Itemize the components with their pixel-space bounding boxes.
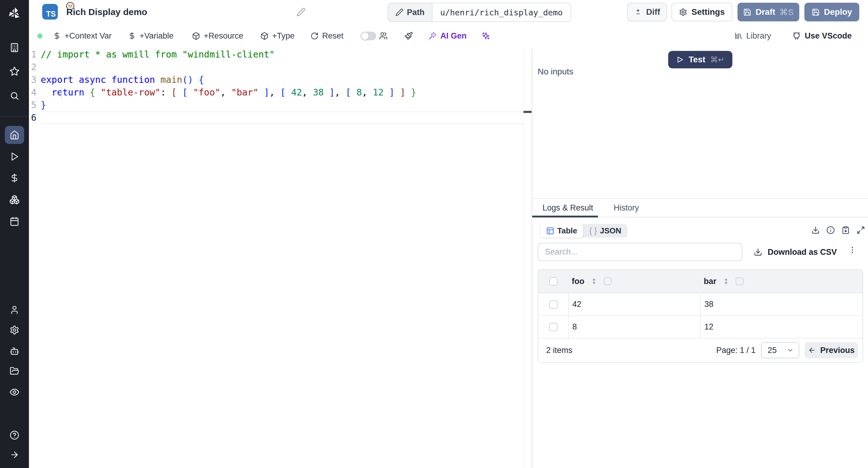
clipboard-copy-icon[interactable] <box>841 226 850 234</box>
package-icon <box>192 32 200 40</box>
sidebar-item-expand[interactable] <box>0 445 29 464</box>
sidebar-item-variables[interactable] <box>0 168 29 188</box>
reset-button[interactable]: Reset <box>310 24 344 47</box>
draft-button[interactable]: Draft ⌘S <box>738 3 799 22</box>
page-size-select[interactable]: 25 <box>761 342 799 358</box>
folder-open-icon <box>10 366 19 376</box>
page-title: Rich Display demo <box>66 7 147 17</box>
arrow-right-icon <box>10 450 19 460</box>
package-icon <box>260 32 269 40</box>
diff-mode-toggle[interactable] <box>361 32 376 40</box>
no-inputs-label: No inputs <box>538 67 573 76</box>
result-tabbar: Logs & Result History <box>532 199 868 218</box>
line-number: 6 <box>29 111 41 124</box>
code-text: return { "table-row": [ [ "foo", "bar" ]… <box>41 86 416 99</box>
edit-title-pencil-icon[interactable] <box>297 7 306 16</box>
windmill-script-editor: TS Rich Display demo Path u/henri/rich_d… <box>0 0 868 468</box>
library-icon <box>734 32 743 40</box>
expand-icon[interactable] <box>857 226 865 234</box>
line-number: 2 <box>29 61 41 73</box>
add-context-var-button[interactable]: +Context Var <box>53 24 112 47</box>
tab-history[interactable]: History <box>603 199 649 217</box>
code-line[interactable]: 2 <box>29 61 532 73</box>
add-resource-button[interactable]: +Resource <box>192 24 243 47</box>
settings-button[interactable]: Settings <box>672 3 733 22</box>
kebab-menu-icon[interactable] <box>848 246 857 254</box>
multiplayer-button[interactable] <box>379 24 388 47</box>
ai-gen-button[interactable]: AI Gen <box>428 24 467 47</box>
table-row: 812 <box>538 316 863 338</box>
previous-page-button[interactable]: Previous <box>805 342 858 358</box>
sparkles-icon-button[interactable] <box>482 24 490 47</box>
overview-ruler-cursor-mark <box>524 111 532 113</box>
chevron-down-icon <box>786 347 794 354</box>
code-editor[interactable]: 1// import * as wmill from "windmill-cli… <box>29 48 532 468</box>
code-line[interactable]: 6 <box>29 111 532 124</box>
sidebar-item-search[interactable] <box>0 86 29 105</box>
sort-icon[interactable] <box>722 278 730 285</box>
column-option-toggle[interactable] <box>736 277 744 285</box>
sidebar-item-schedules[interactable] <box>0 212 29 231</box>
sidebar-item-resources[interactable] <box>0 190 29 209</box>
code-line[interactable]: 5} <box>29 99 532 111</box>
dollar-icon <box>53 32 61 40</box>
sidebar <box>0 0 29 468</box>
code-text: // import * as wmill from "windmill-clie… <box>41 48 275 61</box>
column-option-toggle[interactable] <box>604 277 612 285</box>
deploy-button[interactable]: Deploy <box>804 3 859 22</box>
diff-button[interactable]: Diff <box>627 3 667 22</box>
download-csv-button[interactable]: Download as CSV <box>754 244 837 260</box>
sidebar-item-folders[interactable] <box>0 361 29 381</box>
sidebar-item-favorites[interactable] <box>0 62 29 81</box>
path-field[interactable]: Path u/henri/rich_display_demo <box>388 3 571 22</box>
column-header-bar: bar <box>704 277 716 286</box>
braces-icon: { } <box>589 226 597 235</box>
test-shortcut: ⌘↵ <box>710 55 724 64</box>
format-button[interactable] <box>404 24 413 47</box>
library-button[interactable]: Library <box>734 24 771 47</box>
view-table-button[interactable]: Table <box>540 224 583 238</box>
result-table: foo bar 4238812 2 items Page: 1 / 1 25 <box>538 269 863 363</box>
right-panel: Test ⌘↵ No inputs Logs & Result History … <box>532 48 868 468</box>
sidebar-item-help[interactable] <box>0 426 29 445</box>
test-button[interactable]: Test ⌘↵ <box>668 51 733 68</box>
status-dot <box>37 33 42 38</box>
view-switcher: Table { } JSON <box>540 224 627 238</box>
magic-wand-icon <box>428 32 437 40</box>
sidebar-item-audit[interactable] <box>0 382 29 402</box>
add-variable-button[interactable]: +Variable <box>128 24 174 47</box>
use-vscode-button[interactable]: Use VScode <box>792 24 852 47</box>
add-type-button[interactable]: +Type <box>260 24 294 47</box>
line-number: 4 <box>29 86 41 99</box>
info-icon[interactable] <box>827 226 835 234</box>
view-json-button[interactable]: { } JSON <box>583 224 627 238</box>
sort-icon[interactable] <box>590 278 598 285</box>
windmill-logo[interactable] <box>7 6 22 22</box>
sidebar-item-workers[interactable] <box>0 341 29 361</box>
sidebar-item-home[interactable] <box>0 125 29 144</box>
sidebar-item-settings[interactable] <box>0 321 29 340</box>
reset-icon <box>310 32 318 40</box>
select-all-checkbox[interactable] <box>549 277 558 286</box>
building-icon <box>10 43 19 53</box>
row-checkbox[interactable] <box>549 323 558 331</box>
code-line[interactable]: 3export async function main() { <box>29 73 532 86</box>
robot-icon <box>10 346 19 356</box>
sidebar-item-workspace[interactable] <box>0 38 29 57</box>
table-header-row: foo bar <box>538 270 863 293</box>
download-icon[interactable] <box>811 226 820 234</box>
search-input[interactable] <box>538 243 742 261</box>
table-icon <box>546 227 554 235</box>
sidebar-item-users[interactable] <box>0 300 29 320</box>
pencil-icon <box>396 8 403 16</box>
search-icon <box>10 91 19 101</box>
tab-logs-result[interactable]: Logs & Result <box>532 199 603 217</box>
code-line[interactable]: 4 return { "table-row": [ [ "foo", "bar"… <box>29 86 532 99</box>
code-text: } <box>41 99 46 111</box>
code-line[interactable]: 1// import * as wmill from "windmill-cli… <box>29 48 532 61</box>
sidebar-item-runs[interactable] <box>0 147 29 166</box>
cell-foo: 42 <box>572 300 581 309</box>
help-circle-icon <box>10 430 19 440</box>
bracket-pair-guide <box>61 87 62 99</box>
row-checkbox[interactable] <box>549 300 558 309</box>
